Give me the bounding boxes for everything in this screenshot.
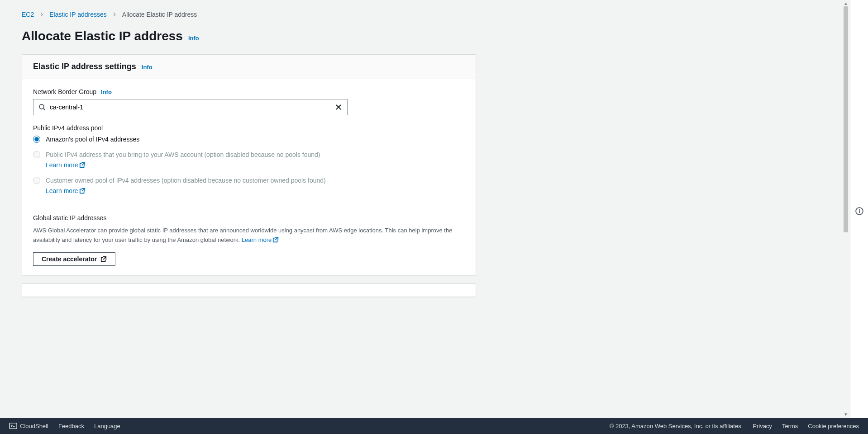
language-button[interactable]: Language — [94, 423, 120, 429]
svg-rect-7 — [10, 423, 17, 429]
privacy-link[interactable]: Privacy — [753, 423, 772, 429]
close-icon — [335, 104, 342, 111]
page-title: Allocate Elastic IP address — [22, 29, 183, 43]
pool-radio-coip — [33, 177, 40, 184]
external-link-icon — [79, 188, 86, 194]
svg-line-1 — [43, 108, 45, 110]
breadcrumb-current: Allocate Elastic IP address — [122, 11, 197, 18]
footer: CloudShell Feedback Language © 2023, Ama… — [0, 418, 868, 434]
settings-panel-title: Elastic IP address settings — [33, 62, 136, 71]
global-title: Global static IP addresses — [33, 214, 465, 222]
chevron-right-icon — [112, 12, 117, 17]
pool-option-coip-label: Customer owned pool of IPv4 addresses (o… — [46, 175, 344, 196]
scrollbar-thumb[interactable] — [844, 6, 848, 232]
pool-option-coip: Customer owned pool of IPv4 addresses (o… — [33, 175, 465, 196]
breadcrumb-ec2[interactable]: EC2 — [22, 11, 34, 18]
help-panel-toggle — [850, 0, 868, 418]
cloudshell-link[interactable]: CloudShell — [9, 422, 48, 430]
pool-option-byoip: Public IPv4 address that you bring to yo… — [33, 150, 465, 170]
terms-link[interactable]: Terms — [782, 423, 798, 429]
breadcrumb-elastic-ips[interactable]: Elastic IP addresses — [49, 11, 107, 18]
cloudshell-icon — [9, 422, 17, 430]
pool-option-amazon[interactable]: Amazon's pool of IPv4 addresses — [33, 134, 465, 144]
nbg-info-link[interactable]: Info — [101, 89, 112, 95]
page-info-link[interactable]: Info — [188, 35, 199, 42]
cookie-preferences-button[interactable]: Cookie preferences — [808, 423, 859, 429]
pool-option-byoip-label: Public IPv4 address that you bring to yo… — [46, 150, 344, 170]
scroll-up-arrow-icon[interactable]: ▲ — [844, 1, 848, 6]
coip-learn-more-link[interactable]: Learn more — [46, 187, 86, 194]
next-panel-peek — [22, 283, 476, 297]
settings-panel-info-link[interactable]: Info — [142, 64, 153, 71]
global-learn-more-link[interactable]: Learn more — [242, 236, 279, 243]
copyright-text: © 2023, Amazon Web Services, Inc. or its… — [610, 423, 743, 429]
feedback-link[interactable]: Feedback — [58, 423, 84, 429]
nbg-input[interactable] — [33, 99, 348, 115]
search-icon — [38, 104, 46, 111]
external-link-icon — [79, 162, 86, 168]
svg-point-0 — [39, 104, 44, 109]
external-link-icon — [100, 256, 107, 262]
nbg-label: Network Border Group — [33, 88, 96, 95]
pool-option-amazon-label: Amazon's pool of IPv4 addresses — [46, 134, 139, 144]
pool-radio-byoip — [33, 151, 40, 158]
info-circle-icon — [855, 207, 863, 215]
scroll-down-arrow-icon[interactable]: ▼ — [844, 412, 848, 417]
info-panel-button[interactable] — [855, 5, 863, 418]
create-accelerator-button[interactable]: Create accelerator — [33, 252, 115, 266]
global-description: AWS Global Accelerator can provide globa… — [33, 226, 465, 245]
pool-radio-amazon[interactable] — [33, 136, 40, 143]
scrollbar[interactable]: ▲ ▼ — [842, 0, 850, 418]
clear-input-button[interactable] — [332, 101, 345, 113]
pool-title: Public IPv4 address pool — [33, 124, 465, 132]
svg-point-5 — [858, 209, 859, 210]
byoip-learn-more-link[interactable]: Learn more — [46, 161, 86, 169]
svg-rect-6 — [859, 210, 860, 213]
external-link-icon — [272, 236, 279, 243]
chevron-right-icon — [39, 12, 44, 17]
breadcrumb: EC2 Elastic IP addresses Allocate Elasti… — [22, 11, 476, 18]
pool-radio-group: Amazon's pool of IPv4 addresses Public I… — [33, 134, 465, 196]
settings-panel: Elastic IP address settings Info Network… — [22, 54, 476, 275]
